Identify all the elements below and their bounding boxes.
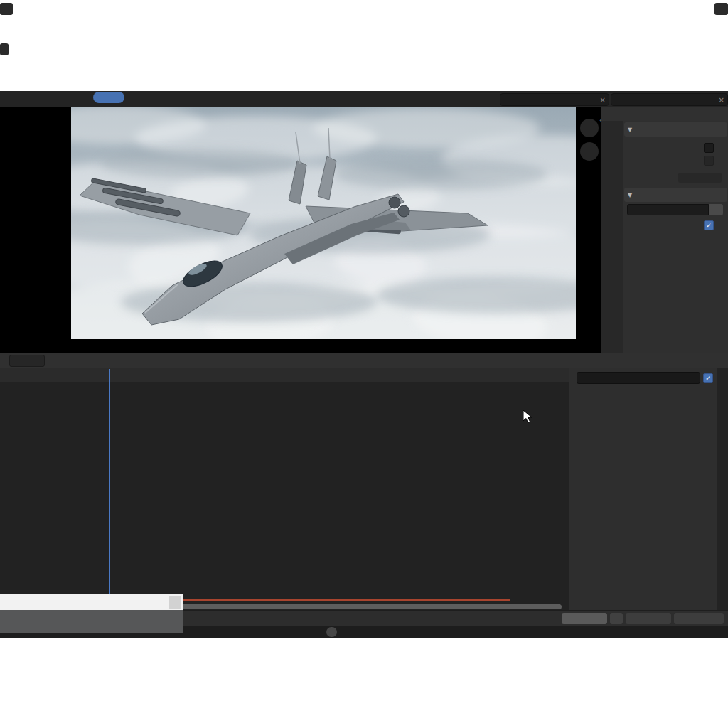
current-frame-pill[interactable] xyxy=(93,92,124,103)
osd-hotkey-bar xyxy=(0,594,183,610)
remove-icon[interactable]: × xyxy=(716,96,727,104)
render-region-checkbox[interactable] xyxy=(704,143,714,153)
video-frame-artifact xyxy=(714,3,728,15)
properties-header xyxy=(601,107,728,122)
sequencer-tracks[interactable] xyxy=(0,382,569,610)
output-path-row xyxy=(627,204,723,215)
frame-rate-row xyxy=(623,171,727,183)
strip-filename-field[interactable] xyxy=(577,372,700,384)
crop-region-checkbox xyxy=(704,156,714,166)
overwrite-row[interactable]: ✓ xyxy=(623,219,727,231)
zoom-gizmo[interactable] xyxy=(580,119,599,137)
osd-key-display xyxy=(0,610,183,633)
unlink-icon[interactable]: × xyxy=(597,96,609,104)
blender-logo-icon[interactable] xyxy=(3,93,17,105)
sequencer-header xyxy=(0,353,728,369)
horizontal-scrollbar[interactable] xyxy=(178,604,562,609)
playhead[interactable] xyxy=(109,369,110,595)
video-frame-artifact xyxy=(0,3,13,15)
timeline-ruler[interactable] xyxy=(0,368,569,382)
crop-region-row xyxy=(623,154,727,166)
pan-hand-gizmo[interactable] xyxy=(580,142,599,161)
editor-type-button[interactable] xyxy=(0,353,9,368)
sequencer-view-dropdown[interactable] xyxy=(9,355,45,367)
output-section-header[interactable]: ▼ xyxy=(624,188,727,202)
strip-mute-checkbox[interactable]: ✓ xyxy=(703,373,713,383)
scene-selector[interactable]: × xyxy=(500,93,609,106)
current-frame-field[interactable] xyxy=(562,613,607,624)
folder-browse-button[interactable] xyxy=(709,204,723,215)
mouse-cursor xyxy=(523,410,533,427)
frame-start-field[interactable] xyxy=(626,613,671,624)
strip-sidebar: ✓ xyxy=(569,368,717,610)
frame-end-field[interactable] xyxy=(674,613,724,624)
frame-range-indicator xyxy=(181,599,510,601)
properties-tab-column xyxy=(601,121,623,353)
osd-button[interactable] xyxy=(169,596,181,609)
frame-rate-dropdown[interactable] xyxy=(678,173,722,183)
overwrite-checkbox[interactable]: ✓ xyxy=(704,220,714,230)
anim-player-badge[interactable] xyxy=(326,627,337,637)
properties-editor: ▼ xyxy=(601,107,728,353)
editor-type-button[interactable] xyxy=(601,107,611,121)
video-frame-artifact xyxy=(0,43,9,55)
properties-panel: ▼ xyxy=(623,121,728,353)
output-path-field[interactable] xyxy=(627,204,709,215)
render-image-jet-over-clouds xyxy=(71,107,576,339)
preview-canvas[interactable]: ‹ xyxy=(0,107,601,353)
blender-window: × × xyxy=(0,91,728,638)
sidebar-tabs xyxy=(717,368,728,610)
screenshot-page: × × xyxy=(0,0,728,728)
render-region-row[interactable] xyxy=(623,141,727,154)
use-preview-range-button[interactable] xyxy=(610,613,623,624)
dimensions-section-header[interactable]: ▼ xyxy=(624,122,727,136)
view-layer-selector[interactable]: × xyxy=(611,93,728,106)
